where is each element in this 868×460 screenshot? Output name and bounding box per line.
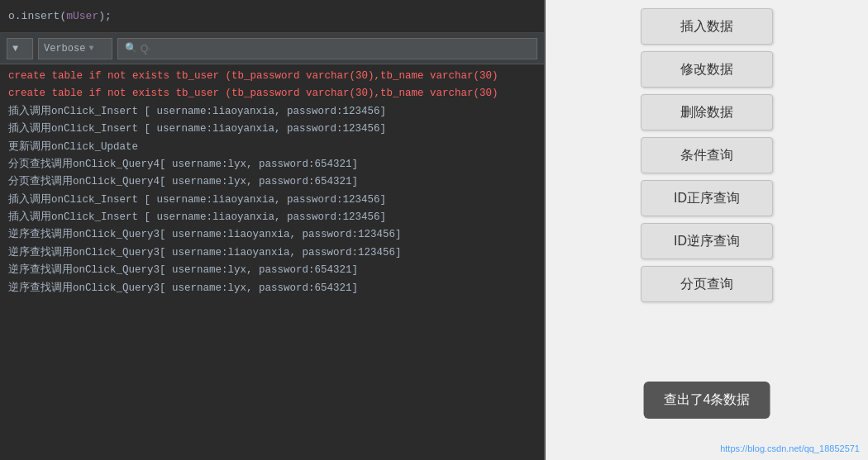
log-line: 逆序查找调用onClick_Query3[ username:liaoyanxi… — [0, 226, 544, 244]
code-suffix: ); — [98, 10, 112, 22]
log-line: 插入调用onClick_Insert [ username:liaoyanxia… — [0, 192, 544, 209]
log-line: 逆序查找调用onClick_Query3[ username:lyx, pass… — [0, 280, 544, 297]
log-line: 逆序查找调用onClick_Query3[ username:lyx, pass… — [0, 262, 544, 279]
toolbar: ▼ Verbose ▼ 🔍 — [0, 33, 544, 64]
search-icon: 🔍 — [125, 42, 137, 55]
delete-btn[interactable]: 删除数据 — [641, 94, 773, 130]
code-prefix: o.insert( — [8, 10, 66, 22]
log-level-dropdown-small[interactable]: ▼ — [7, 38, 33, 59]
insert-btn[interactable]: 插入数据 — [641, 8, 773, 45]
id-desc-query-btn[interactable]: ID逆序查询 — [641, 223, 773, 259]
log-line: 分页查找调用onClick_Query4[ username:lyx, pass… — [0, 156, 544, 173]
page-query-btn[interactable]: 分页查询 — [641, 266, 773, 302]
search-input[interactable] — [141, 43, 530, 55]
log-level-dropdown-verbose[interactable]: Verbose ▼ — [38, 38, 112, 59]
log-line: 分页查找调用onClick_Query4[ username:lyx, pass… — [0, 173, 544, 191]
result-badge: 查出了4条数据 — [644, 382, 770, 419]
code-param: mUser — [66, 10, 98, 22]
id-asc-query-btn[interactable]: ID正序查询 — [641, 180, 773, 216]
log-line: create table if not exists tb_user (tb_p… — [0, 85, 544, 102]
modify-btn[interactable]: 修改数据 — [641, 51, 773, 88]
verbose-label: Verbose — [44, 43, 85, 55]
left-panel: o.insert(mUser); ▼ Verbose ▼ 🔍 create ta… — [0, 0, 546, 460]
bottom-link[interactable]: https://blog.csdn.net/qq_18852571 — [720, 443, 860, 453]
code-top: o.insert(mUser); — [0, 0, 544, 33]
log-line: create table if not exists tb_user (tb_p… — [0, 68, 544, 85]
search-box[interactable]: 🔍 — [117, 38, 537, 59]
log-line: 插入调用onClick_Insert [ username:liaoyanxia… — [0, 103, 544, 121]
condition-query-btn[interactable]: 条件查询 — [641, 137, 773, 173]
log-line: 逆序查找调用onClick_Query3[ username:liaoyanxi… — [0, 244, 544, 262]
log-line: 插入调用onClick_Insert [ username:liaoyanxia… — [0, 121, 544, 138]
verbose-chevron: ▼ — [88, 44, 93, 53]
dropdown-small-label: ▼ — [12, 43, 18, 55]
log-line: 更新调用onClick_Update — [0, 139, 544, 156]
log-area[interactable]: create table if not exists tb_user (tb_p… — [0, 64, 544, 460]
right-panel: 插入数据修改数据删除数据条件查询ID正序查询ID逆序查询分页查询查出了4条数据 … — [546, 0, 868, 460]
log-line: 插入调用onClick_Insert [ username:liaoyanxia… — [0, 209, 544, 226]
